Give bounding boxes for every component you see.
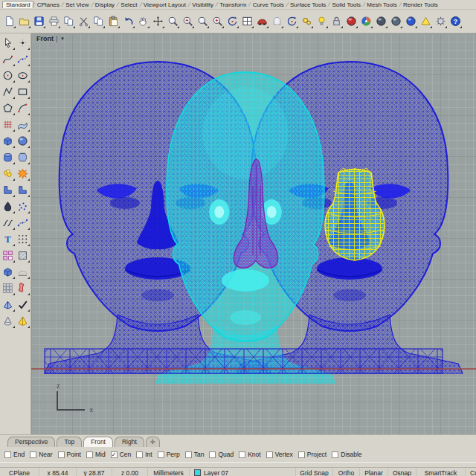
menu-tab-surface-tools[interactable]: Surface Tools bbox=[287, 1, 329, 8]
rendered-viewport-button[interactable] bbox=[405, 16, 416, 28]
osnap-item-vertex[interactable]: Vertex bbox=[266, 451, 293, 458]
status-pane-osnap[interactable]: Osnap bbox=[387, 468, 416, 476]
new-file-button[interactable] bbox=[3, 16, 15, 28]
point-tool-button[interactable] bbox=[17, 37, 29, 49]
flat-shade-button[interactable] bbox=[419, 16, 431, 28]
rebuild-curve-tool-button[interactable] bbox=[17, 217, 29, 229]
osnap-item-project[interactable]: Project bbox=[298, 451, 327, 458]
status-pane-smarttrack[interactable]: SmartTrack bbox=[416, 468, 465, 476]
named-views-button[interactable] bbox=[256, 16, 268, 28]
zoom-window-button[interactable] bbox=[196, 16, 208, 28]
status-pane-grid-snap[interactable]: Grid Snap bbox=[295, 468, 332, 476]
skeleton-tool-button[interactable] bbox=[17, 283, 29, 295]
boolean-difference-tool-button[interactable] bbox=[17, 168, 29, 180]
blend-curve-tool-button[interactable] bbox=[2, 217, 14, 229]
gumball-button[interactable] bbox=[300, 16, 312, 28]
osnap-item-knot[interactable]: Knot bbox=[239, 451, 261, 458]
shaded-viewport-button[interactable] bbox=[375, 16, 387, 28]
select-tool-button[interactable] bbox=[2, 37, 14, 49]
render-button[interactable] bbox=[345, 16, 357, 28]
rectangular-array-tool-button[interactable] bbox=[2, 250, 14, 262]
osnap-near-checkbox[interactable] bbox=[30, 451, 36, 458]
copy-button[interactable] bbox=[92, 16, 104, 28]
ribbon-tool-button[interactable] bbox=[17, 266, 29, 278]
menu-tab-select[interactable]: Select bbox=[118, 1, 140, 8]
surface-from-network-tool-button[interactable] bbox=[2, 119, 14, 131]
circle-tool-button[interactable] bbox=[2, 70, 14, 82]
status-pane-cur[interactable]: Cur bbox=[465, 468, 476, 476]
lock-objects-button[interactable] bbox=[330, 16, 342, 28]
pyramid-tool-button[interactable] bbox=[17, 315, 29, 327]
osnap-cen-checkbox[interactable]: ✓ bbox=[111, 451, 118, 458]
osnap-mid-checkbox[interactable] bbox=[86, 451, 93, 458]
osnap-item-end[interactable]: End bbox=[4, 451, 25, 458]
viewport-dropdown-icon[interactable]: ▼ bbox=[60, 36, 65, 41]
osnap-knot-checkbox[interactable] bbox=[239, 451, 245, 458]
box-tool-button[interactable] bbox=[2, 135, 14, 147]
cone-tool-button[interactable] bbox=[2, 315, 14, 327]
osnap-item-disable[interactable]: Disable bbox=[332, 451, 361, 458]
hatch-tool-button[interactable] bbox=[17, 250, 29, 262]
viewport-tab-add-button[interactable]: ✛ bbox=[146, 437, 160, 447]
viewport-tab-top[interactable]: Top bbox=[57, 437, 82, 447]
fillet-edge-tool-button[interactable] bbox=[2, 184, 14, 196]
menu-tab-viewport-layout[interactable]: Viewport Layout bbox=[141, 1, 189, 8]
interpolate-curve-tool-button[interactable] bbox=[17, 54, 29, 65]
osnap-point-checkbox[interactable] bbox=[58, 451, 65, 458]
osnap-project-checkbox[interactable] bbox=[298, 451, 305, 458]
ellipse-tool-button[interactable] bbox=[17, 70, 29, 82]
osnap-perp-checkbox[interactable] bbox=[158, 451, 164, 458]
status-pane-millimeters[interactable]: Millimeters bbox=[147, 468, 189, 476]
viewport-tab-right[interactable]: Right bbox=[115, 437, 144, 447]
osnap-item-near[interactable]: Near bbox=[30, 451, 52, 458]
export-button[interactable] bbox=[62, 16, 74, 28]
drape-tool-button[interactable] bbox=[2, 201, 14, 213]
menu-tab-transform[interactable]: Transform bbox=[216, 1, 249, 8]
polygon-tool-button[interactable] bbox=[2, 103, 14, 115]
rotate-object-button[interactable] bbox=[286, 16, 298, 28]
menu-tab-mesh-tools[interactable]: Mesh Tools bbox=[364, 1, 399, 8]
rotate-view-button[interactable] bbox=[226, 16, 238, 28]
status-pane-layer-07[interactable]: Layer 07 bbox=[189, 468, 254, 476]
menu-tab-display[interactable]: Display bbox=[92, 1, 118, 8]
osnap-item-quad[interactable]: Quad bbox=[209, 451, 234, 458]
control-point-curve-tool-button[interactable] bbox=[2, 54, 14, 65]
help-button[interactable]: ? bbox=[449, 16, 461, 28]
osnap-item-cen[interactable]: ✓Cen bbox=[111, 451, 132, 458]
solid-box-tool-button[interactable] bbox=[2, 266, 14, 278]
polyline-tool-button[interactable] bbox=[2, 86, 14, 98]
text-tool-button[interactable]: T bbox=[2, 234, 14, 245]
save-file-button[interactable] bbox=[33, 16, 45, 28]
render-preview-button[interactable] bbox=[360, 16, 372, 28]
status-pane-y-28-87[interactable]: y 28.87 bbox=[76, 468, 112, 476]
osnap-disable-checkbox[interactable] bbox=[332, 451, 338, 458]
rectangle-tool-button[interactable] bbox=[17, 86, 29, 98]
osnap-item-point[interactable]: Point bbox=[58, 451, 81, 458]
osnap-end-checkbox[interactable] bbox=[4, 451, 11, 458]
viewport-tab-perspective[interactable]: Perspective bbox=[7, 437, 55, 447]
cut-button[interactable] bbox=[77, 16, 89, 28]
open-file-button[interactable] bbox=[18, 16, 30, 28]
status-pane-cplane[interactable]: CPlane bbox=[0, 468, 39, 476]
osnap-quad-checkbox[interactable] bbox=[209, 451, 216, 458]
cylinder-tool-button[interactable] bbox=[2, 152, 14, 164]
menu-tab-cplanes[interactable]: CPlanes bbox=[34, 1, 62, 8]
surface-of-revolution-tool-button[interactable] bbox=[17, 152, 29, 164]
menu-tab-solid-tools[interactable]: Solid Tools bbox=[329, 1, 364, 8]
move-button[interactable] bbox=[152, 16, 164, 28]
point-grid-tool-button[interactable] bbox=[17, 234, 29, 245]
menu-tab-visibility[interactable]: Visibility bbox=[189, 1, 216, 8]
viewport-layout-button[interactable] bbox=[241, 16, 253, 28]
menu-tab-curve-tools[interactable]: Curve Tools bbox=[250, 1, 287, 8]
zoom-selected-button[interactable] bbox=[211, 16, 223, 28]
osnap-item-tan[interactable]: Tan bbox=[185, 451, 205, 458]
ghosted-viewport-button[interactable] bbox=[390, 16, 402, 28]
status-pane-z-0-00[interactable]: z 0.00 bbox=[112, 468, 147, 476]
osnap-item-perp[interactable]: Perp bbox=[158, 451, 180, 458]
options-button[interactable] bbox=[434, 16, 446, 28]
menu-tab-render-tools[interactable]: Render Tools bbox=[400, 1, 441, 8]
viewport-tab-front[interactable]: Front bbox=[83, 437, 113, 447]
zoom-dynamic-button[interactable] bbox=[181, 16, 193, 28]
lights-button[interactable] bbox=[315, 16, 327, 28]
block-tool-button[interactable] bbox=[2, 283, 14, 295]
